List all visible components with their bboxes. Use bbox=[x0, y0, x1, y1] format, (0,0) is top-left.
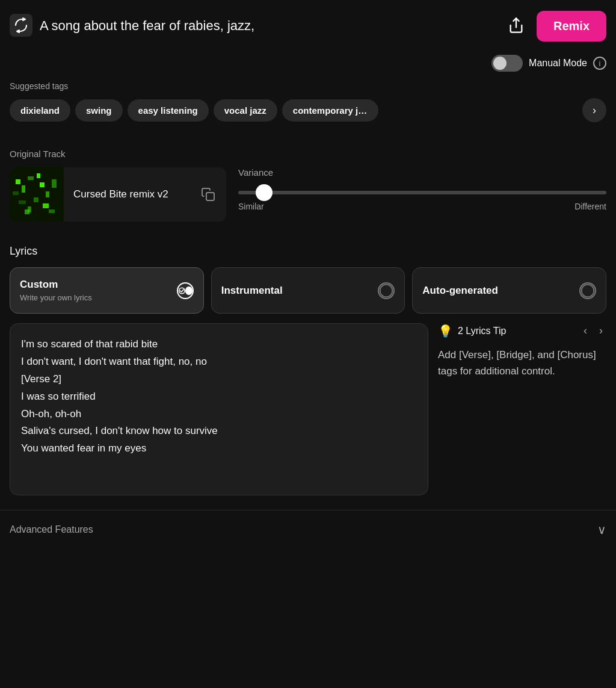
svg-rect-4 bbox=[16, 179, 20, 184]
copy-icon[interactable] bbox=[197, 184, 219, 205]
bulb-icon: 💡 bbox=[438, 324, 453, 338]
info-icon[interactable]: i bbox=[593, 57, 606, 70]
svg-rect-18 bbox=[206, 193, 214, 200]
tip-prev-button[interactable]: ‹ bbox=[580, 323, 591, 338]
track-and-variance: Cursed Bite remix v2 Variance Similar Di… bbox=[10, 167, 606, 226]
lyrics-tip-panel: 💡 2 Lyrics Tip ‹ › Add [Verse], [Bridge]… bbox=[438, 323, 606, 495]
lyrics-textarea-container: I'm so scared of that rabid bite I don't… bbox=[10, 323, 428, 495]
manual-mode-row: Manual Mode i bbox=[0, 52, 616, 79]
tags-row: dixieland swing easy listening vocal jaz… bbox=[0, 98, 616, 137]
lyrics-option-custom[interactable]: Custom Write your own lyrics bbox=[10, 267, 204, 314]
svg-rect-16 bbox=[25, 209, 29, 214]
instrumental-option-title: Instrumental bbox=[221, 285, 283, 297]
advanced-features-label: Advanced Features bbox=[10, 524, 93, 535]
instrumental-radio bbox=[378, 282, 395, 299]
lyrics-options: Custom Write your own lyrics Instrumenta… bbox=[10, 267, 606, 314]
lyrics-tip-title: 2 Lyrics Tip bbox=[458, 326, 575, 336]
svg-rect-10 bbox=[19, 200, 26, 204]
original-track-label: Original Track bbox=[10, 149, 606, 159]
lyrics-section: Lyrics Custom Write your own lyrics bbox=[0, 235, 616, 505]
svg-rect-6 bbox=[28, 176, 34, 180]
svg-rect-8 bbox=[46, 191, 49, 197]
lyrics-tip-body: Add [Verse], [Bridge], and [Chorus] tags… bbox=[438, 347, 606, 379]
slider-container: Similar Different bbox=[238, 186, 606, 226]
original-track-section: Original Track bbox=[0, 137, 616, 235]
lyrics-title: Lyrics bbox=[10, 245, 606, 258]
manual-mode-label: Manual Mode bbox=[529, 58, 587, 69]
custom-option-subtitle: Write your own lyrics bbox=[20, 293, 92, 302]
svg-rect-17 bbox=[49, 209, 55, 213]
chevron-down-icon: ∨ bbox=[597, 522, 606, 537]
tag-dixieland[interactable]: dixieland bbox=[10, 99, 70, 122]
svg-rect-0 bbox=[10, 14, 32, 37]
lyrics-option-auto[interactable]: Auto-generated bbox=[412, 267, 606, 314]
svg-rect-14 bbox=[13, 191, 19, 195]
tag-easy-listening[interactable]: easy listening bbox=[128, 99, 209, 122]
tags-more-button[interactable]: › bbox=[582, 98, 606, 122]
variance-label: Variance bbox=[238, 167, 606, 178]
lyrics-content-row: I'm so scared of that rabid bite I don't… bbox=[10, 323, 606, 495]
svg-rect-9 bbox=[34, 197, 38, 202]
variance-section: Variance Similar Different bbox=[238, 167, 606, 226]
svg-rect-5 bbox=[22, 185, 25, 193]
variance-max-label: Different bbox=[574, 202, 606, 211]
tag-contemporary-jazz[interactable]: contemporary ja… bbox=[282, 99, 378, 122]
track-card[interactable]: Cursed Bite remix v2 bbox=[10, 167, 226, 222]
svg-rect-15 bbox=[37, 173, 40, 178]
tag-vocal-jazz[interactable]: vocal jazz bbox=[214, 99, 277, 122]
auto-radio bbox=[579, 282, 596, 299]
remix-icon bbox=[10, 14, 32, 39]
track-name: Cursed Bite remix v2 bbox=[64, 188, 197, 200]
svg-rect-7 bbox=[40, 182, 45, 187]
variance-min-label: Similar bbox=[238, 202, 264, 211]
lyrics-input[interactable]: I'm so scared of that rabid bite I don't… bbox=[10, 324, 428, 492]
manual-mode-toggle[interactable] bbox=[491, 55, 523, 72]
auto-option-title: Auto-generated bbox=[422, 285, 498, 297]
remix-button[interactable]: Remix bbox=[537, 11, 606, 42]
advanced-features[interactable]: Advanced Features ∨ bbox=[0, 510, 616, 549]
tip-next-button[interactable]: › bbox=[596, 323, 606, 338]
share-button[interactable] bbox=[503, 12, 529, 40]
lyrics-option-instrumental[interactable]: Instrumental bbox=[211, 267, 405, 314]
lyrics-tip-header: 💡 2 Lyrics Tip ‹ › bbox=[438, 323, 606, 338]
custom-radio bbox=[177, 282, 194, 299]
svg-point-21 bbox=[582, 284, 594, 297]
variance-slider[interactable] bbox=[238, 191, 606, 194]
custom-option-title: Custom bbox=[20, 279, 92, 291]
svg-rect-11 bbox=[43, 203, 49, 208]
tag-swing[interactable]: swing bbox=[75, 99, 123, 122]
svg-rect-13 bbox=[52, 179, 57, 188]
track-thumbnail bbox=[10, 167, 64, 222]
header: A song about the fear of rabies, jazz, R… bbox=[0, 0, 616, 52]
suggested-tags-label: Suggested tags bbox=[0, 79, 616, 98]
svg-point-20 bbox=[380, 284, 393, 297]
header-title: A song about the fear of rabies, jazz, bbox=[40, 18, 496, 34]
